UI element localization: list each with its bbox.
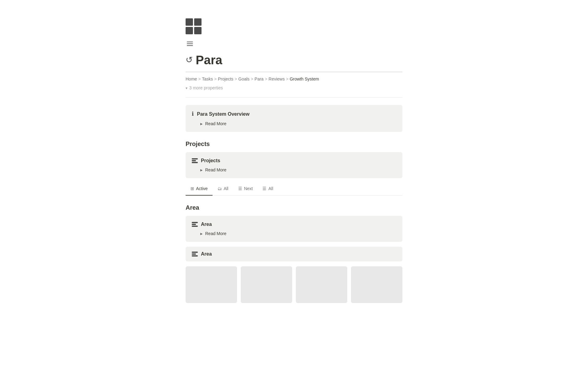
page-icon: ↺ bbox=[186, 54, 193, 66]
folder-icon: 🗂 bbox=[217, 185, 222, 192]
projects-db-header: Projects bbox=[192, 157, 396, 164]
area-list-title: Area bbox=[201, 250, 212, 258]
area-grid-card-4[interactable] bbox=[351, 266, 402, 303]
area-heading: Area bbox=[186, 203, 402, 212]
area-grid-card-1[interactable] bbox=[186, 266, 237, 303]
breadcrumb: Home > Tasks > Projects > Goals > Para >… bbox=[186, 76, 402, 82]
area-database-block: Area ▶ Read More bbox=[186, 216, 402, 242]
sep-5: > bbox=[265, 76, 267, 82]
menu-line-1 bbox=[187, 42, 193, 42]
menu-line-2 bbox=[187, 43, 193, 44]
projects-database-block: Projects ▶ Read More bbox=[186, 152, 402, 178]
area-grid bbox=[186, 266, 402, 303]
list-icon-next: ☰ bbox=[238, 185, 242, 192]
projects-read-more[interactable]: ▶ Read More bbox=[192, 167, 396, 173]
tab-active[interactable]: ⊞ Active bbox=[186, 183, 213, 196]
info-icon: ℹ bbox=[192, 110, 194, 118]
area-read-more[interactable]: ▶ Read More bbox=[192, 230, 396, 237]
area-db-bar-3 bbox=[192, 226, 198, 227]
logo-cell-3 bbox=[186, 27, 193, 34]
logo-cell-1 bbox=[186, 18, 193, 26]
projects-read-more-label: Read More bbox=[205, 167, 226, 173]
tabs-row: ⊞ Active 🗂 All ☰ Next ☰ All bbox=[186, 183, 402, 196]
sep-4: > bbox=[251, 76, 253, 82]
area-db-bar-2 bbox=[192, 224, 196, 225]
area-list-icon bbox=[192, 252, 198, 257]
board-icon: ⊞ bbox=[190, 185, 194, 192]
breadcrumb-home[interactable]: Home bbox=[186, 76, 197, 82]
breadcrumb-projects[interactable]: Projects bbox=[218, 76, 234, 82]
tab-all-1-label: All bbox=[224, 185, 228, 192]
area-list-bar-3 bbox=[192, 255, 198, 257]
divider-1 bbox=[186, 97, 402, 98]
tab-all-2[interactable]: ☰ All bbox=[258, 183, 278, 196]
menu-line-3 bbox=[187, 45, 193, 46]
area-list-item[interactable]: Area bbox=[186, 247, 402, 261]
breadcrumb-para[interactable]: Para bbox=[254, 76, 264, 82]
database-icon bbox=[192, 158, 198, 163]
callout-para-system-overview: ℹ Para System Overview ▶ Read More bbox=[186, 105, 402, 132]
page-title-row: ↺ Para bbox=[186, 51, 402, 69]
chevron-down-icon: ▾ bbox=[186, 85, 187, 91]
area-db-header: Area bbox=[192, 221, 396, 228]
page-title: Para bbox=[196, 51, 222, 69]
sep-2: > bbox=[214, 76, 217, 82]
callout-header: ℹ Para System Overview bbox=[192, 110, 396, 118]
callout-read-more[interactable]: ▶ Read More bbox=[192, 121, 396, 127]
area-list-bar-1 bbox=[192, 252, 198, 253]
triangle-icon-projects: ▶ bbox=[200, 168, 203, 172]
tab-next-label: Next bbox=[244, 185, 253, 192]
tab-all-2-label: All bbox=[268, 185, 273, 192]
db-bar-2 bbox=[192, 160, 196, 161]
db-bar-1 bbox=[192, 158, 198, 159]
breadcrumb-growth-system[interactable]: Growth System bbox=[290, 76, 319, 82]
projects-db-title: Projects bbox=[201, 157, 220, 164]
sep-6: > bbox=[286, 76, 288, 82]
callout-title: Para System Overview bbox=[197, 110, 250, 118]
area-grid-card-3[interactable] bbox=[296, 266, 347, 303]
list-icon-all: ☰ bbox=[262, 185, 266, 192]
breadcrumb-goals[interactable]: Goals bbox=[238, 76, 250, 82]
tab-next[interactable]: ☰ Next bbox=[233, 183, 258, 196]
projects-heading: Projects bbox=[186, 139, 402, 148]
db-bar-3 bbox=[192, 162, 198, 163]
app-logo bbox=[186, 18, 202, 34]
triangle-icon: ▶ bbox=[200, 122, 203, 126]
area-db-title: Area bbox=[201, 221, 212, 228]
sep-3: > bbox=[235, 76, 237, 82]
title-underline bbox=[186, 72, 402, 72]
area-grid-card-2[interactable] bbox=[241, 266, 292, 303]
read-more-label: Read More bbox=[205, 121, 226, 127]
triangle-icon-area: ▶ bbox=[200, 231, 203, 236]
logo-cell-2 bbox=[194, 18, 202, 26]
area-database-icon bbox=[192, 222, 198, 227]
area-read-more-label: Read More bbox=[205, 230, 226, 237]
breadcrumb-tasks[interactable]: Tasks bbox=[202, 76, 213, 82]
properties-label: 3 more properties bbox=[189, 85, 223, 91]
properties-toggle[interactable]: ▾ 3 more properties bbox=[186, 85, 402, 91]
logo-cell-4 bbox=[194, 27, 202, 34]
tab-active-label: Active bbox=[196, 185, 208, 192]
menu-icon[interactable] bbox=[186, 40, 402, 47]
tab-all-1[interactable]: 🗂 All bbox=[213, 183, 233, 196]
area-list-bar-2 bbox=[192, 253, 196, 255]
area-db-bar-1 bbox=[192, 222, 198, 223]
sep-1: > bbox=[198, 76, 201, 82]
breadcrumb-reviews[interactable]: Reviews bbox=[269, 76, 285, 82]
